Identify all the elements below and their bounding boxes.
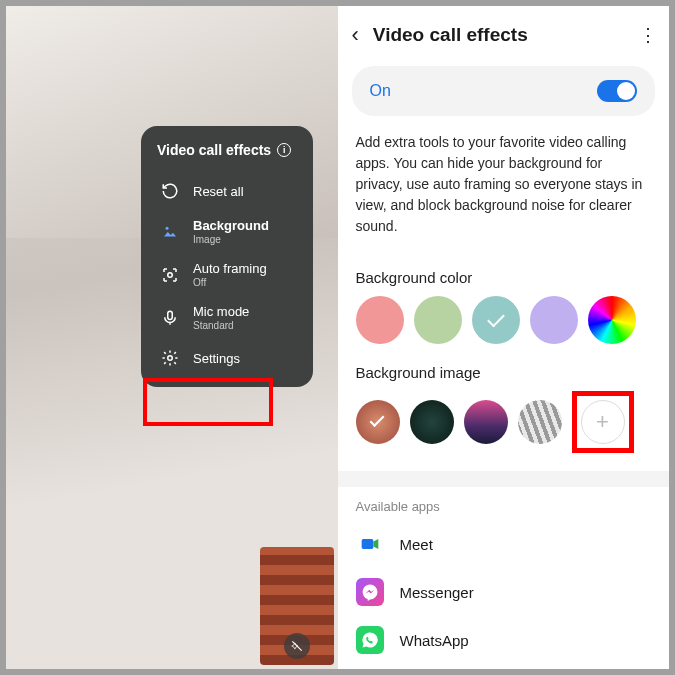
- pip-thumbnail[interactable]: [260, 547, 334, 665]
- framing-sub: Off: [193, 277, 267, 288]
- mic-mode-item[interactable]: Mic mode Standard: [153, 296, 301, 339]
- mic-icon: [159, 307, 181, 329]
- color-swatch-0[interactable]: [356, 296, 404, 344]
- effects-toggle-icon[interactable]: [284, 633, 310, 659]
- background-label: Background: [193, 218, 269, 233]
- messenger-icon: [356, 578, 384, 606]
- whatsapp-icon: [356, 626, 384, 654]
- app-row-messenger[interactable]: Messenger: [338, 568, 670, 616]
- mic-sub: Standard: [193, 320, 249, 331]
- image-swatch-2[interactable]: [464, 400, 508, 444]
- color-swatch-1[interactable]: [414, 296, 462, 344]
- color-swatch-row: [338, 296, 670, 350]
- highlight-box-add-image: +: [572, 391, 634, 453]
- color-swatch-4[interactable]: [588, 296, 636, 344]
- framing-icon: [159, 264, 181, 286]
- page-title: Video call effects: [373, 24, 625, 46]
- svg-point-3: [168, 356, 173, 361]
- image-swatch-3[interactable]: [518, 400, 562, 444]
- image-swatch-0[interactable]: [356, 400, 400, 444]
- more-icon[interactable]: ⋮: [639, 24, 655, 46]
- settings-item[interactable]: Settings: [153, 339, 301, 377]
- reset-icon: [159, 180, 181, 202]
- mic-label: Mic mode: [193, 304, 249, 319]
- toggle-label: On: [370, 82, 391, 100]
- info-icon[interactable]: i: [277, 143, 291, 157]
- image-swatch-row: +: [338, 391, 670, 463]
- bg-color-label: Background color: [338, 255, 670, 296]
- background-item[interactable]: Background Image: [153, 210, 301, 253]
- auto-framing-item[interactable]: Auto framing Off: [153, 253, 301, 296]
- master-toggle-row[interactable]: On: [352, 66, 656, 116]
- svg-point-0: [166, 226, 169, 229]
- back-icon[interactable]: ‹: [352, 22, 359, 48]
- bg-image-label: Background image: [338, 350, 670, 391]
- reset-label: Reset all: [193, 184, 244, 199]
- color-swatch-2[interactable]: [472, 296, 520, 344]
- framing-label: Auto framing: [193, 261, 267, 276]
- app-row-meet[interactable]: Meet: [338, 520, 670, 568]
- app-name: WhatsApp: [400, 632, 469, 649]
- section-divider: [338, 471, 670, 487]
- image-icon: [159, 221, 181, 243]
- meet-icon: [356, 530, 384, 558]
- add-image-button[interactable]: +: [581, 400, 625, 444]
- svg-rect-4: [361, 539, 373, 549]
- app-name: Messenger: [400, 584, 474, 601]
- svg-point-1: [168, 272, 173, 277]
- gear-icon: [159, 347, 181, 369]
- settings-label: Settings: [193, 351, 240, 366]
- highlight-box-settings: [143, 378, 273, 426]
- effects-overlay-panel: Video call effects i Reset all Backgroun…: [141, 126, 313, 387]
- background-sub: Image: [193, 234, 269, 245]
- reset-all-item[interactable]: Reset all: [153, 172, 301, 210]
- available-apps-label: Available apps: [338, 487, 670, 520]
- app-name: Meet: [400, 536, 433, 553]
- app-row-whatsapp[interactable]: WhatsApp: [338, 616, 670, 664]
- color-swatch-3[interactable]: [530, 296, 578, 344]
- header: ‹ Video call effects ⋮: [338, 6, 670, 66]
- svg-rect-2: [168, 311, 173, 319]
- toggle-switch[interactable]: [597, 80, 637, 102]
- description-text: Add extra tools to your favorite video c…: [338, 132, 670, 255]
- camera-preview: Video call effects i Reset all Backgroun…: [6, 6, 338, 669]
- image-swatch-1[interactable]: [410, 400, 454, 444]
- overlay-title-text: Video call effects: [157, 142, 271, 158]
- overlay-title: Video call effects i: [153, 142, 301, 158]
